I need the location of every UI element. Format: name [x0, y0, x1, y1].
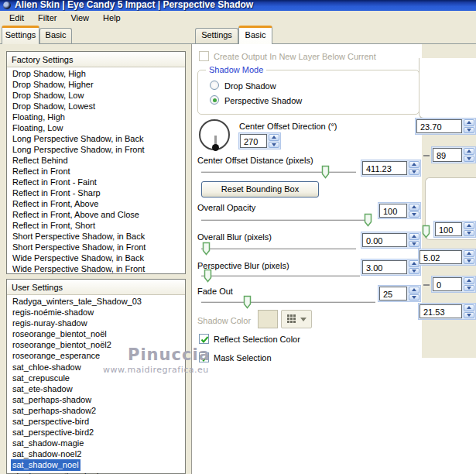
background-value-field[interactable]: 0 [433, 277, 462, 291]
menu-edit[interactable]: Edit [3, 12, 32, 24]
menu-filter[interactable]: Filter [32, 12, 64, 24]
spin-up-button[interactable] [409, 161, 419, 168]
list-item[interactable]: Drop Shadow, Lowest [7, 101, 185, 112]
spin-down-button[interactable] [464, 312, 474, 319]
fade-out-slider-thumb[interactable] [243, 295, 252, 309]
reset-bounding-box-button[interactable]: Reset Bounding Box [201, 181, 319, 198]
list-item[interactable]: Long Perspective Shadow, in Front [7, 144, 185, 155]
spin-down-button[interactable] [464, 258, 474, 265]
background-value-field[interactable]: 21.53 [419, 304, 462, 318]
spin-down-button[interactable] [269, 142, 279, 149]
direction-dial[interactable] [199, 119, 233, 153]
opacity-slider-track[interactable] [201, 220, 372, 221]
tab-basic-right[interactable]: Basic [238, 26, 272, 44]
distance-slider-track[interactable] [201, 172, 356, 173]
list-item[interactable]: Floating, Low [7, 122, 185, 133]
spin-up-button[interactable] [269, 134, 279, 141]
list-item[interactable]: sat_shadow-noel2 [7, 448, 185, 459]
list-item[interactable]: Long Perspective Shadow, in Back [7, 133, 185, 144]
tab-settings-right[interactable]: Settings [195, 28, 238, 43]
list-item[interactable]: Reflect in Front - Sharp [7, 187, 185, 198]
fade-out-value-field[interactable]: 25 [379, 287, 407, 301]
spin-up-button[interactable] [409, 204, 419, 211]
spin-up-button[interactable] [464, 277, 474, 284]
list-item[interactable]: roseorange_esperance [7, 350, 185, 361]
reflect-selection-color-checkbox[interactable] [199, 334, 209, 344]
spin-up-button[interactable] [464, 250, 474, 257]
perspective-blur-value-field[interactable]: 3.00 [362, 260, 407, 274]
list-item[interactable]: roseorange_bientot_noël [7, 328, 185, 339]
spin-down-button[interactable] [409, 169, 419, 176]
list-item[interactable]: sat_chloe-shadow [7, 362, 185, 373]
fade-out-slider-track[interactable] [201, 302, 375, 303]
list-item[interactable]: sat_perspective-bird [7, 416, 185, 427]
background-value-field[interactable]: 89 [433, 148, 462, 162]
spin-up-button[interactable] [464, 148, 474, 155]
color-picker-dropdown[interactable] [281, 310, 312, 328]
list-item[interactable]: Floating, High [7, 112, 185, 122]
overall-blur-value-field[interactable]: 0.00 [362, 233, 407, 247]
list-item[interactable]: Reflect in Front [7, 166, 185, 177]
perspective-shadow-radio[interactable] [210, 95, 219, 105]
list-item[interactable]: sat_shadow-magie [7, 438, 185, 448]
background-value-field[interactable]: 5.02 [419, 250, 462, 264]
list-item[interactable]: sat_perhaps-shadow [7, 394, 185, 405]
spin-up-button[interactable] [464, 119, 474, 126]
spin-down-button[interactable] [464, 230, 474, 237]
menu-help[interactable]: Help [97, 12, 128, 24]
list-item[interactable]: Drop Shadow, Higher [7, 79, 185, 90]
list-item[interactable]: Drop Shadow, High [7, 68, 185, 79]
list-item[interactable]: sat_perspective-bird2 [7, 427, 185, 438]
background-value-field[interactable]: 100 [435, 222, 462, 236]
spin-down-button[interactable] [409, 268, 419, 275]
list-item[interactable]: regis-nuray-shadow [7, 318, 185, 328]
list-item-selected[interactable]: sat_shadow_noel [7, 459, 185, 470]
list-item[interactable]: sat_ete-shadow [7, 383, 185, 394]
distance-slider-thumb[interactable] [321, 165, 330, 179]
drop-shadow-radio[interactable] [210, 81, 219, 90]
list-item[interactable]: Reflect in Front, Above and Close [7, 209, 185, 220]
list-item[interactable]: Reflect in Front, Short [7, 220, 185, 231]
shadow-color-swatch[interactable] [258, 310, 278, 328]
spin-down-button[interactable] [409, 241, 419, 248]
list-item[interactable]: regis-noémie-shadow [7, 307, 185, 318]
list-item[interactable]: Drop Shadow, Low [7, 90, 185, 101]
background-value-field[interactable]: 23.70 [416, 119, 462, 133]
spin-down-button[interactable] [409, 294, 419, 301]
list-item[interactable]: Short Perspective Shadow, in Front [7, 242, 185, 252]
spin-up-button[interactable] [464, 304, 474, 311]
list-item[interactable]: Wide Perspective Shadow, in Front [7, 263, 185, 274]
spin-down-button[interactable] [464, 156, 474, 163]
list-item[interactable]: Reflect Behind [7, 155, 185, 166]
perspective-blur-slider-thumb[interactable] [204, 269, 212, 283]
distance-value-field[interactable]: 411.23 [362, 161, 407, 175]
list-item[interactable]: Reflect in Front, Above [7, 198, 185, 209]
dial-handle[interactable] [212, 144, 219, 151]
spin-up-button[interactable] [464, 222, 474, 229]
list-item[interactable]: sat_perhaps-shadow2 [7, 405, 185, 416]
tab-settings-left[interactable]: Settings [2, 26, 39, 44]
list-item[interactable]: Wide Perspective Shadow, in Back [7, 252, 185, 263]
opacity-slider-thumb[interactable] [364, 213, 372, 227]
mask-selection-checkbox[interactable] [199, 352, 209, 362]
list-item[interactable]: Radyga_winters_tale_Shadow_03 [7, 296, 185, 307]
overall-blur-slider-thumb[interactable] [202, 242, 211, 256]
opacity-value-field[interactable]: 100 [379, 204, 407, 218]
list-item[interactable]: Reflect in Front - Faint [7, 177, 185, 187]
list-item[interactable]: roseorange_bientot_noël2 [7, 339, 185, 350]
spin-up-button[interactable] [409, 233, 419, 240]
spin-down-button[interactable] [464, 127, 474, 134]
tab-basic-left[interactable]: Basic [39, 28, 72, 43]
spin-down-button[interactable] [409, 211, 419, 218]
menu-view[interactable]: View [64, 12, 97, 24]
list-item[interactable]: Short Perspective Shadow, in Back [7, 231, 185, 242]
create-output-checkbox[interactable] [199, 51, 209, 61]
list-item[interactable]: shari-perspective-shadow [7, 471, 185, 474]
spin-up-button[interactable] [409, 287, 419, 294]
background-slider-thumb[interactable] [422, 225, 430, 239]
spin-down-button[interactable] [464, 285, 474, 292]
list-item[interactable]: sat_crepuscule [7, 373, 185, 383]
direction-value-field[interactable]: 270 [240, 134, 267, 148]
overall-blur-slider-track[interactable] [201, 249, 356, 249]
perspective-blur-slider-track[interactable] [201, 276, 360, 276]
